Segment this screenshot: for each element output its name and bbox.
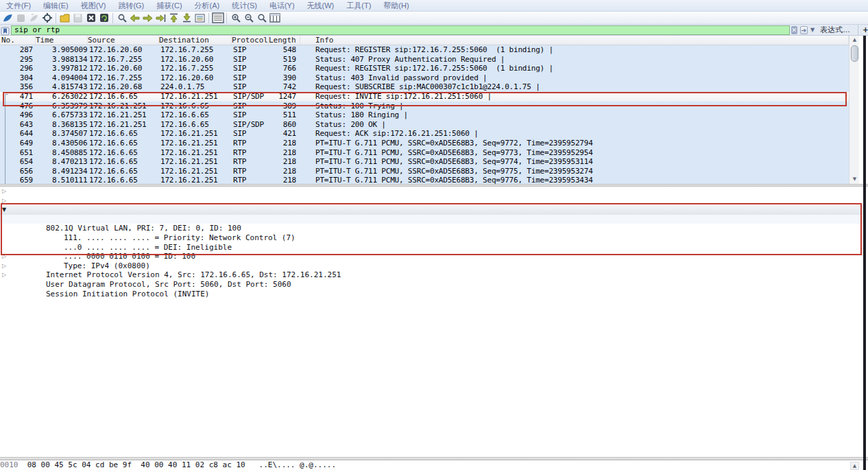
cell-protocol: RTP: [232, 139, 269, 148]
autoscroll-icon[interactable]: [193, 12, 206, 24]
menu-item[interactable]: 编辑(E): [37, 0, 75, 12]
display-filter-input[interactable]: sip or rtp: [11, 25, 790, 35]
zoom-out-icon[interactable]: [242, 12, 255, 24]
row-gutter: [0, 73, 8, 83]
capture-options-icon[interactable]: [40, 12, 53, 24]
packet-row[interactable]: 287 3.905009 172.16.20.60 172.16.7.255 S…: [0, 45, 849, 55]
go-back-icon[interactable]: [128, 12, 141, 24]
menu-item[interactable]: 统计(S): [226, 0, 263, 12]
bytes-scroll-up-icon[interactable]: ▲: [850, 462, 859, 470]
expander-icon[interactable]: [2, 205, 9, 215]
expander-icon[interactable]: [2, 252, 9, 261]
packet-bytes-pane[interactable]: 0010 08 00 45 5c 04 cd be 9f 40 00 40 11…: [0, 460, 868, 470]
column-header-source[interactable]: Source: [88, 36, 159, 45]
cell-time: 8.491234: [36, 167, 88, 176]
reload-file-icon[interactable]: [97, 12, 110, 24]
cell-source: 172.16.7.255: [88, 55, 159, 64]
packet-row[interactable]: 654 8.470213 172.16.6.65 172.16.21.251 R…: [0, 157, 849, 167]
add-filter-button[interactable]: +: [863, 25, 868, 35]
cell-source: 172.16.6.65: [88, 148, 159, 158]
detail-line[interactable]: 111. .... .... .... = Priority: Network …: [0, 215, 863, 224]
expander-icon[interactable]: [2, 187, 9, 196]
scroll-down-icon[interactable]: ▼: [850, 175, 859, 184]
scroll-up-icon[interactable]: ▲: [850, 36, 859, 45]
open-file-icon[interactable]: [58, 12, 71, 24]
resize-columns-icon[interactable]: [268, 12, 281, 24]
expander-icon[interactable]: [2, 270, 9, 280]
start-capture-icon[interactable]: [1, 12, 14, 24]
detail-line[interactable]: .... 0000 0110 0100 = ID: 100: [0, 233, 863, 243]
go-last-packet-icon[interactable]: [180, 12, 193, 24]
restart-capture-icon: [27, 12, 40, 24]
cell-destination: 172.16.6.65: [159, 102, 232, 111]
cell-no: 304: [8, 73, 36, 83]
cell-protocol: SIP/SDP: [232, 120, 269, 130]
colorize-packets-icon[interactable]: [211, 12, 224, 24]
packet-row[interactable]: 643 8.368135 172.16.21.251 172.16.6.65 S…: [0, 120, 849, 130]
column-header-length[interactable]: Length: [269, 36, 300, 45]
expression-button[interactable]: 表达式…: [820, 25, 850, 35]
scrollbar-thumb[interactable]: [851, 45, 858, 62]
cell-no: 476: [8, 102, 36, 111]
menu-item[interactable]: 视图(V): [75, 0, 112, 12]
filter-bookmark-icon[interactable]: [1, 25, 10, 34]
go-forward-icon[interactable]: [141, 12, 154, 24]
cell-info: Request: REGISTER sip:172.16.7.255:5060 …: [300, 45, 849, 55]
close-file-icon[interactable]: [84, 12, 97, 24]
cell-destination: 172.16.21.251: [159, 157, 232, 167]
packet-row[interactable]: 356 4.815743 172.16.20.68 224.0.1.75 SIP…: [0, 82, 849, 92]
cell-time: 8.450885: [36, 148, 88, 158]
menu-item[interactable]: 电话(Y): [263, 0, 301, 12]
packet-row[interactable]: 476 6.353979 172.16.21.251 172.16.6.65 S…: [0, 102, 849, 111]
detail-line[interactable]: User Datagram Protocol, Src Port: 5060, …: [0, 261, 863, 271]
expander-icon[interactable]: [2, 196, 9, 206]
packet-row[interactable]: 659 8.510111 172.16.6.65 172.16.21.251 R…: [0, 176, 849, 184]
menu-item[interactable]: 跳转(G): [112, 0, 150, 12]
packet-row[interactable]: 644 8.374507 172.16.6.65 172.16.21.251 S…: [0, 129, 849, 139]
hex-offset: 0010: [0, 460, 19, 469]
packet-row[interactable]: 471 6.263022 172.16.6.65 172.16.21.251 S…: [0, 92, 849, 102]
column-header-time[interactable]: Time: [36, 36, 88, 45]
detail-line[interactable]: Ethernet II, Src: 00:a8:59:db:04:78 (00:…: [0, 196, 863, 206]
packet-row[interactable]: 304 4.094004 172.16.7.255 172.16.20.60 S…: [0, 73, 849, 83]
cell-time: 6.353979: [36, 102, 88, 111]
find-packet-icon[interactable]: [115, 12, 128, 24]
row-gutter: [0, 55, 8, 64]
menu-item[interactable]: 分析(A): [189, 0, 226, 12]
zoom-in-icon[interactable]: [229, 12, 242, 24]
go-first-packet-icon[interactable]: [167, 12, 180, 24]
menu-item[interactable]: 文件(F): [0, 0, 37, 12]
detail-line[interactable]: Type: IPv4 (0x0800): [0, 243, 863, 252]
packet-row[interactable]: 496 6.675733 172.16.21.251 172.16.6.65 S…: [0, 110, 849, 120]
detail-line[interactable]: Frame 471: 1247 bytes on wire (9976 bits…: [0, 187, 863, 196]
detail-line[interactable]: ...0 .... .... .... = DEI: Ineligible: [0, 224, 863, 233]
filter-bar: sip or rtp ✕ ➔ ▼ 表达式… +: [0, 25, 868, 36]
detail-line[interactable]: Session Initiation Protocol (INVITE): [0, 270, 863, 280]
menu-item[interactable]: 捕获(C): [150, 0, 188, 12]
window-edge: [863, 36, 866, 470]
packet-row[interactable]: 651 8.450885 172.16.6.65 172.16.21.251 R…: [0, 148, 849, 158]
packet-list: 287 3.905009 172.16.20.60 172.16.7.255 S…: [0, 45, 849, 184]
cell-source: 172.16.6.65: [88, 92, 159, 102]
column-header-protocol[interactable]: Protocol: [232, 36, 269, 45]
packet-list-scrollbar[interactable]: ▲ ▼: [849, 36, 859, 184]
row-gutter: [0, 129, 8, 139]
menu-item[interactable]: 无线(W): [301, 0, 341, 12]
clear-filter-icon[interactable]: ✕: [791, 26, 797, 34]
packet-row[interactable]: 295 3.988134 172.16.7.255 172.16.20.60 S…: [0, 55, 849, 64]
packet-row[interactable]: 656 8.491234 172.16.6.65 172.16.21.251 R…: [0, 167, 849, 176]
detail-line[interactable]: 802.1Q Virtual LAN, PRI: 7, DEI: 0, ID: …: [0, 205, 863, 215]
go-to-packet-icon[interactable]: [154, 12, 167, 24]
column-header-no[interactable]: No.: [0, 36, 36, 45]
packet-row[interactable]: 649 8.430506 172.16.6.65 172.16.21.251 R…: [0, 139, 849, 148]
menu-item[interactable]: 工具(T): [340, 0, 377, 12]
detail-line[interactable]: Internet Protocol Version 4, Src: 172.16…: [0, 252, 863, 261]
menu-item[interactable]: 帮助(H): [377, 0, 415, 12]
packet-row[interactable]: 296 3.997812 172.16.20.60 172.16.7.255 S…: [0, 64, 849, 73]
filter-dropdown-icon[interactable]: ▼: [810, 27, 815, 33]
expander-icon[interactable]: [2, 261, 9, 271]
apply-filter-icon[interactable]: ➔: [800, 26, 808, 34]
column-header-info[interactable]: Info: [300, 36, 849, 45]
column-header-destination[interactable]: Destination: [159, 36, 232, 45]
zoom-reset-icon[interactable]: [255, 12, 268, 24]
